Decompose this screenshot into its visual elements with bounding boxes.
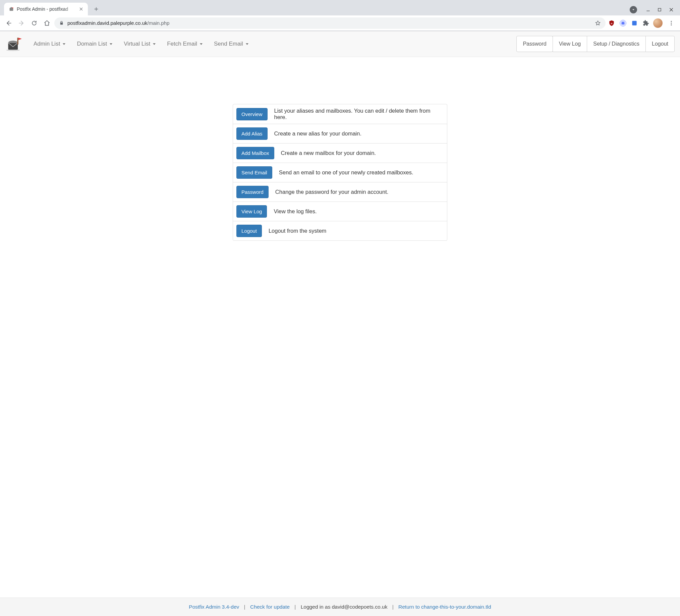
nav-fetch-email[interactable]: Fetch Email — [162, 34, 207, 53]
tab-strip: Postfix Admin - postfixad — [0, 0, 680, 16]
nav-links: Admin List Domain List Virtual List Fetc… — [29, 34, 253, 53]
menu-row-overview: Overview List your aliases and mailboxes… — [233, 104, 447, 124]
menu-desc: Create a new mailbox for your domain. — [281, 150, 376, 156]
nav-label: Domain List — [77, 40, 107, 47]
password-button[interactable]: Password — [236, 186, 268, 198]
blue-box-icon[interactable] — [630, 19, 639, 27]
footer-logged-in-as: Logged in as david@codepoets.co.uk — [301, 604, 388, 610]
menu-desc: View the log files. — [274, 208, 316, 215]
navbar-viewlog-button[interactable]: View Log — [552, 36, 588, 52]
browser-chrome: Postfix Admin - postfixad — [0, 0, 680, 31]
nav-reload-icon[interactable] — [29, 18, 39, 28]
menu-row-password: Password Change the password for your ad… — [233, 183, 447, 202]
svg-rect-3 — [632, 21, 636, 25]
view-log-button[interactable]: View Log — [236, 205, 267, 218]
logout-button[interactable]: Logout — [236, 225, 262, 237]
add-alias-button[interactable]: Add Alias — [236, 128, 267, 140]
menu-row-send-email: Send Email Send an email to one of your … — [233, 163, 447, 183]
navbar-logout-button[interactable]: Logout — [646, 36, 675, 52]
send-email-button[interactable]: Send Email — [236, 166, 272, 179]
menu-desc: Create a new alias for your domain. — [274, 131, 362, 137]
nav-label: Virtual List — [124, 40, 150, 47]
menu-row-view-log: View Log View the log files. — [233, 202, 447, 221]
separator: | — [244, 604, 246, 610]
footer-version-link[interactable]: Postfix Admin 3.4-dev — [189, 604, 239, 610]
svg-text:u: u — [611, 22, 613, 25]
svg-rect-0 — [658, 8, 661, 11]
svg-point-4 — [671, 21, 672, 22]
footer-check-update-link[interactable]: Check for update — [250, 604, 290, 610]
menu-desc: List your aliases and mailboxes. You can… — [274, 108, 444, 120]
separator: | — [294, 604, 296, 610]
kebab-menu-icon[interactable] — [666, 18, 677, 28]
content-area: Overview List your aliases and mailboxes… — [0, 57, 680, 597]
chevron-down-icon — [246, 43, 249, 45]
extensions-row: u — [607, 18, 677, 28]
overview-button[interactable]: Overview — [236, 108, 267, 120]
lock-icon — [59, 21, 64, 26]
menu-row-add-alias: Add Alias Create a new alias for your do… — [233, 124, 447, 143]
separator: | — [392, 604, 394, 610]
favicon-icon — [9, 6, 14, 12]
tab-title: Postfix Admin - postfixad — [17, 6, 76, 12]
footer: Postfix Admin 3.4-dev | Check for update… — [0, 597, 680, 616]
app-logo[interactable] — [5, 33, 29, 54]
svg-rect-8 — [17, 37, 18, 44]
bookmark-star-icon[interactable] — [595, 20, 601, 26]
add-mailbox-button[interactable]: Add Mailbox — [236, 147, 274, 159]
navbar-password-button[interactable]: Password — [516, 36, 552, 52]
page: Admin List Domain List Virtual List Fetc… — [0, 31, 680, 616]
url-host: postfixadmin.david.palepurple.co.uk — [67, 20, 147, 26]
url-path: /main.php — [147, 20, 169, 26]
menu-row-add-mailbox: Add Mailbox Create a new mailbox for you… — [233, 143, 447, 163]
toolbar: postfixadmin.david.palepurple.co.uk/main… — [0, 16, 680, 31]
profile-avatar[interactable] — [653, 19, 662, 28]
window-maximize-icon[interactable] — [657, 7, 662, 12]
svg-point-9 — [6, 49, 20, 51]
tab-close-icon[interactable] — [79, 6, 84, 12]
chevron-down-icon — [110, 43, 112, 45]
nav-home-icon[interactable] — [41, 18, 52, 28]
window-minimize-icon[interactable] — [646, 7, 651, 12]
nav-forward-icon — [16, 18, 27, 28]
footer-return-link[interactable]: Return to change-this-to-your.domain.tld — [398, 604, 491, 610]
nav-back-icon[interactable] — [3, 18, 14, 28]
window-close-icon[interactable] — [669, 7, 674, 12]
nav-send-email[interactable]: Send Email — [209, 34, 253, 53]
account-chooser-icon[interactable] — [630, 6, 637, 13]
navbar-buttons: Password View Log Setup / Diagnostics Lo… — [517, 31, 675, 57]
asterisk-icon[interactable] — [619, 19, 627, 27]
url-text: postfixadmin.david.palepurple.co.uk/main… — [67, 20, 169, 26]
menu-desc: Send an email to one of your newly creat… — [279, 169, 414, 176]
navbar-setup-button[interactable]: Setup / Diagnostics — [587, 36, 646, 52]
ublock-shield-icon[interactable]: u — [607, 19, 616, 27]
chevron-down-icon — [63, 43, 65, 45]
extensions-puzzle-icon[interactable] — [642, 19, 650, 27]
window-controls — [630, 6, 680, 13]
nav-virtual-list[interactable]: Virtual List — [119, 34, 160, 53]
nav-label: Admin List — [33, 40, 60, 47]
omnibox[interactable]: postfixadmin.david.palepurple.co.uk/main… — [54, 18, 605, 29]
svg-point-6 — [671, 24, 672, 25]
menu-row-logout: Logout Logout from the system — [233, 221, 447, 241]
main-menu-panel: Overview List your aliases and mailboxes… — [233, 104, 447, 241]
nav-domain-list[interactable]: Domain List — [72, 34, 117, 53]
chevron-down-icon — [153, 43, 155, 45]
app-navbar: Admin List Domain List Virtual List Fetc… — [0, 31, 680, 57]
browser-tab[interactable]: Postfix Admin - postfixad — [4, 3, 88, 16]
nav-admin-list[interactable]: Admin List — [29, 34, 70, 53]
menu-desc: Logout from the system — [268, 228, 326, 234]
nav-label: Fetch Email — [167, 40, 197, 47]
menu-desc: Change the password for your admin accou… — [275, 189, 389, 195]
svg-point-5 — [671, 23, 672, 24]
nav-label: Send Email — [214, 40, 243, 47]
chevron-down-icon — [200, 43, 202, 45]
new-tab-button[interactable] — [91, 4, 101, 14]
